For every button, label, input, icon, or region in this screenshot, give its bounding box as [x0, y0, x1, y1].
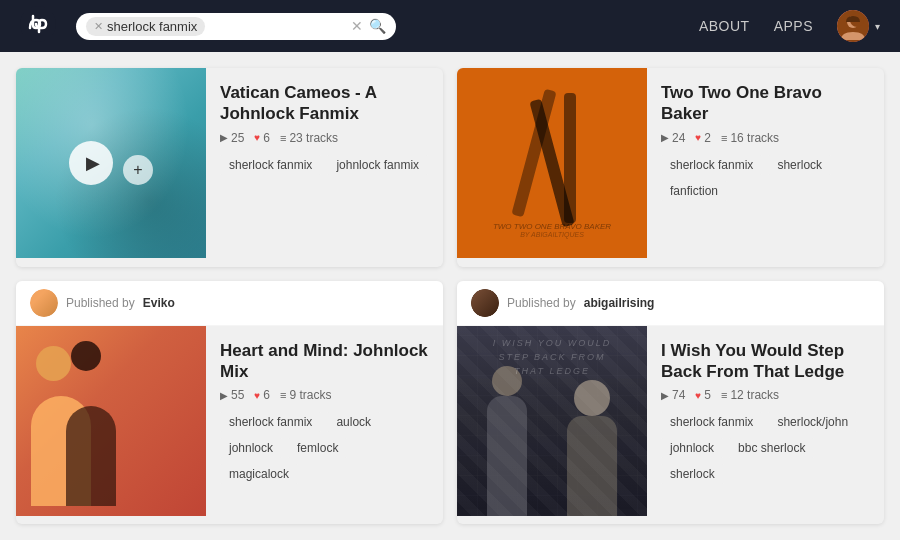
card-tags: sherlock fanmix sherlock/john johnlock b… — [661, 412, 870, 484]
search-tag-text: sherlock fanmix — [107, 19, 197, 34]
tracks-count: 16 tracks — [730, 131, 779, 145]
search-icon[interactable]: 🔍 — [369, 18, 386, 34]
tracks-icon: ≡ — [721, 389, 727, 401]
publisher-row-eviko: Published by Eviko — [16, 281, 443, 326]
about-link[interactable]: ABOUT — [699, 18, 750, 34]
tag-sherlock-fanmix[interactable]: sherlock fanmix — [661, 412, 762, 432]
card-title: Two Two One Bravo Baker — [661, 82, 870, 125]
card-title: I Wish You Would Step Back From That Led… — [661, 340, 870, 383]
likes-stat: ♥ 2 — [695, 131, 711, 145]
clear-icon[interactable]: ✕ — [351, 18, 363, 34]
plays-icon: ▶ — [220, 390, 228, 401]
card-image-ledge: I WISH YOU WOULDSTEP BACK FROMTHAT LEDGE — [457, 326, 647, 516]
user-menu-chevron[interactable]: ▾ — [875, 21, 880, 32]
card-top: TWO TWO ONE BRAVO BAKER BY ABIGAILTIQUES… — [457, 68, 884, 267]
tracks-icon: ≡ — [280, 132, 286, 144]
published-by-label: Published by — [507, 296, 576, 310]
publisher-name-eviko[interactable]: Eviko — [143, 296, 175, 310]
card-image-heart — [16, 326, 206, 516]
tag-johnlock[interactable]: johnlock — [220, 438, 282, 458]
likes-count: 5 — [704, 388, 711, 402]
plays-stat: ▶ 24 — [661, 131, 685, 145]
tag-femlock[interactable]: femlock — [288, 438, 347, 458]
card-top: I WISH YOU WOULDSTEP BACK FROMTHAT LEDGE… — [457, 326, 884, 525]
published-by-label: Published by — [66, 296, 135, 310]
likes-stat: ♥ 5 — [695, 388, 711, 402]
main-nav: ABOUT APPS ▾ — [699, 10, 880, 42]
search-tag[interactable]: ✕ sherlock fanmix — [86, 17, 205, 36]
publisher-avatar-eviko — [30, 289, 58, 317]
publisher-name-abigail[interactable]: abigailrising — [584, 296, 655, 310]
card-stats: ▶ 74 ♥ 5 ≡ 12 tracks — [661, 388, 870, 402]
tracks-stat: ≡ 12 tracks — [721, 388, 779, 402]
tag-johnlock-fanmix[interactable]: johnlock fanmix — [327, 155, 428, 175]
card-content: I Wish You Would Step Back From That Led… — [647, 326, 884, 525]
heart-icon: ♥ — [695, 390, 701, 401]
plays-icon: ▶ — [661, 390, 669, 401]
card-stats: ▶ 55 ♥ 6 ≡ 9 tracks — [220, 388, 429, 402]
card-heart-mind: Published by Eviko Heart and Mind: Johnl… — [16, 281, 443, 525]
tag-aulock[interactable]: aulock — [327, 412, 380, 432]
heart-icon: ♥ — [695, 132, 701, 143]
likes-count: 2 — [704, 131, 711, 145]
tracks-count: 12 tracks — [730, 388, 779, 402]
tracks-icon: ≡ — [721, 132, 727, 144]
likes-stat: ♥ 6 — [254, 388, 270, 402]
tracks-count: 9 tracks — [289, 388, 331, 402]
card-image-bravo: TWO TWO ONE BRAVO BAKER BY ABIGAILTIQUES — [457, 68, 647, 258]
tag-sherlock-john[interactable]: sherlock/john — [768, 412, 857, 432]
tag-sherlock-fanmix[interactable]: sherlock fanmix — [220, 412, 321, 432]
tag-magicalock[interactable]: magicalock — [220, 464, 298, 484]
tracks-stat: ≡ 23 tracks — [280, 131, 338, 145]
plays-count: 74 — [672, 388, 685, 402]
card-top: Heart and Mind: Johnlock Mix ▶ 55 ♥ 6 ≡ … — [16, 326, 443, 525]
card-title: Vatican Cameos - A Johnlock Fanmix — [220, 82, 429, 125]
heart-icon: ♥ — [254, 390, 260, 401]
logo[interactable] — [20, 6, 56, 46]
tag-sherlock[interactable]: sherlock — [661, 464, 724, 484]
search-input[interactable] — [211, 19, 345, 34]
card-tags: sherlock fanmix aulock johnlock femlock … — [220, 412, 429, 484]
publisher-row-abigail: Published by abigailrising — [457, 281, 884, 326]
card-step-back: Published by abigailrising — [457, 281, 884, 525]
card-vatican-cameos: ▶ + Vatican Cameos - A Johnlock Fanmix ▶… — [16, 68, 443, 267]
publisher-avatar-abigail — [471, 289, 499, 317]
tag-fanfiction[interactable]: fanfiction — [661, 181, 727, 201]
tracks-count: 23 tracks — [289, 131, 338, 145]
plays-count: 24 — [672, 131, 685, 145]
tag-sherlock-fanmix[interactable]: sherlock fanmix — [220, 155, 321, 175]
card-title: Heart and Mind: Johnlock Mix — [220, 340, 429, 383]
heart-icon: ♥ — [254, 132, 260, 143]
apps-link[interactable]: APPS — [774, 18, 813, 34]
tracks-stat: ≡ 16 tracks — [721, 131, 779, 145]
tag-johnlock[interactable]: johnlock — [661, 438, 723, 458]
search-bar[interactable]: ✕ sherlock fanmix ✕ 🔍 — [76, 13, 396, 40]
plays-stat: ▶ 55 — [220, 388, 244, 402]
header: ✕ sherlock fanmix ✕ 🔍 ABOUT APPS ▾ — [0, 0, 900, 52]
plays-stat: ▶ 74 — [661, 388, 685, 402]
card-content: Heart and Mind: Johnlock Mix ▶ 55 ♥ 6 ≡ … — [206, 326, 443, 525]
search-tag-close[interactable]: ✕ — [94, 20, 103, 33]
card-two-two-one: TWO TWO ONE BRAVO BAKER BY ABIGAILTIQUES… — [457, 68, 884, 267]
plays-stat: ▶ 25 — [220, 131, 244, 145]
search-icon-group: ✕ 🔍 — [351, 18, 386, 34]
likes-count: 6 — [263, 388, 270, 402]
tag-bbc-sherlock[interactable]: bbc sherlock — [729, 438, 814, 458]
card-top: ▶ + Vatican Cameos - A Johnlock Fanmix ▶… — [16, 68, 443, 267]
plays-icon: ▶ — [661, 132, 669, 143]
plays-count: 55 — [231, 388, 244, 402]
card-tags: sherlock fanmix sherlock fanfiction — [661, 155, 870, 201]
card-stats: ▶ 24 ♥ 2 ≡ 16 tracks — [661, 131, 870, 145]
card-content: Vatican Cameos - A Johnlock Fanmix ▶ 25 … — [206, 68, 443, 267]
tag-sherlock[interactable]: sherlock — [768, 155, 831, 175]
plays-count: 25 — [231, 131, 244, 145]
user-avatar[interactable] — [837, 10, 869, 42]
tag-sherlock-fanmix[interactable]: sherlock fanmix — [661, 155, 762, 175]
play-button[interactable]: ▶ — [69, 141, 113, 185]
plays-icon: ▶ — [220, 132, 228, 143]
add-to-queue-button[interactable]: + — [123, 155, 153, 185]
card-content: Two Two One Bravo Baker ▶ 24 ♥ 2 ≡ 16 tr… — [647, 68, 884, 267]
likes-stat: ♥ 6 — [254, 131, 270, 145]
results-grid: ▶ + Vatican Cameos - A Johnlock Fanmix ▶… — [0, 52, 900, 540]
likes-count: 6 — [263, 131, 270, 145]
